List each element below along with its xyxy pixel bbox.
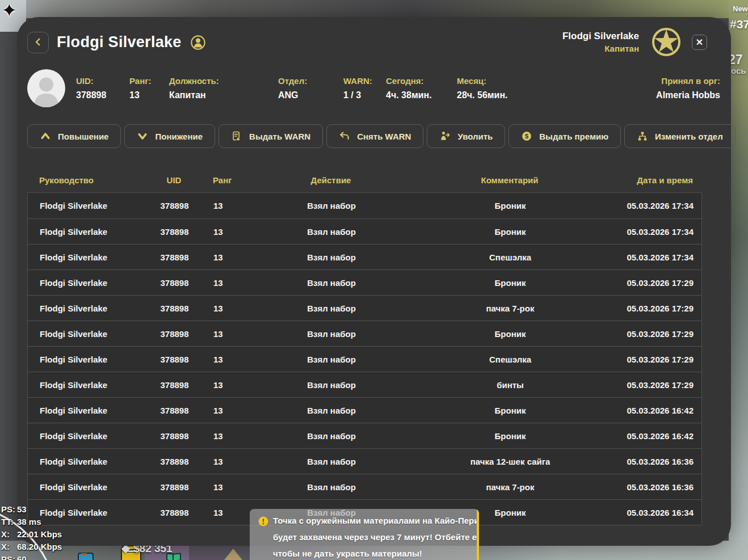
action-label: Снять WARN xyxy=(357,132,411,141)
profile-field: Ранг:13 xyxy=(129,76,151,100)
fire-icon xyxy=(439,130,451,142)
debug-label: PS: xyxy=(1,554,17,560)
table-cell: 378898 xyxy=(147,252,202,262)
toast-accent-bar xyxy=(477,509,479,560)
department-icon xyxy=(637,130,648,142)
debug-label: X: xyxy=(1,542,17,551)
game-background-right xyxy=(729,0,748,560)
debug-line: TT:38 ms xyxy=(1,515,62,528)
table-cell: 378898 xyxy=(147,406,202,415)
joined-value: Almeria Hobbs xyxy=(656,90,720,100)
svg-text:$: $ xyxy=(525,133,528,140)
table-cell: Flodgi Silverlake xyxy=(28,227,147,237)
table-cell: 05.03.2026 17:29 xyxy=(602,329,703,339)
table-cell: пачка 7-рок xyxy=(418,304,602,313)
table-cell: Взял набор xyxy=(245,380,418,390)
table-cell: Flodgi Silverlake xyxy=(28,201,147,210)
table-row: Flodgi Silverlake37889813Взял наборпачка… xyxy=(28,295,701,321)
activity-log-table: РуководствоUIDРангДействиеКомментарийДат… xyxy=(27,167,702,525)
table-cell: Flodgi Silverlake xyxy=(28,380,147,390)
action-button-warn-remove[interactable]: Снять WARN xyxy=(326,124,423,148)
action-button-department[interactable]: Изменить отдел xyxy=(624,124,736,148)
table-body: Flodgi Silverlake37889813Взял наборБрони… xyxy=(27,192,702,525)
close-button[interactable]: ✕ xyxy=(692,35,707,50)
table-cell: 13 xyxy=(202,329,245,339)
table-cell: 378898 xyxy=(147,380,202,390)
table-row: Flodgi Silverlake37889813Взял наборБрони… xyxy=(28,397,701,423)
debug-label: TT: xyxy=(1,517,17,527)
profile-field: WARN:1 / 3 xyxy=(343,76,372,100)
field-value: ANG xyxy=(278,90,307,100)
table-row: Flodgi Silverlake37889813Взял наборСпешэ… xyxy=(28,346,701,372)
action-label: Выдать WARN xyxy=(249,132,310,141)
map-terrain-patch xyxy=(189,546,224,560)
table-cell: 05.03.2026 16:36 xyxy=(602,482,703,492)
field-label: Месяц: xyxy=(457,76,508,86)
table-cell: Flodgi Silverlake xyxy=(28,406,147,415)
demote-icon xyxy=(137,130,148,142)
column-header: Комментарий xyxy=(418,175,602,185)
field-label: Должность: xyxy=(169,76,219,86)
table-cell: Броник xyxy=(418,329,602,339)
debug-line: PS:53 xyxy=(1,503,62,515)
army-star-emblem-icon xyxy=(652,27,681,57)
table-cell: 05.03.2026 17:34 xyxy=(602,201,703,210)
table-cell: 378898 xyxy=(147,355,202,364)
action-label: Выдать премию xyxy=(539,132,608,141)
field-value: Капитан xyxy=(169,90,219,100)
table-cell: Броник xyxy=(418,278,602,288)
table-row: Flodgi Silverlake37889813Взял наборБрони… xyxy=(28,218,701,244)
table-cell: Flodgi Silverlake xyxy=(28,482,147,492)
field-value: 4ч. 38мин. xyxy=(386,90,432,100)
table-row: Flodgi Silverlake37889813Взял наборБрони… xyxy=(28,423,701,448)
action-button-bonus[interactable]: $Выдать премию xyxy=(509,124,621,148)
map-blip-blue-icon xyxy=(78,553,94,560)
promote-icon xyxy=(40,130,51,142)
table-cell: 13 xyxy=(202,201,245,210)
table-cell: Flodgi Silverlake xyxy=(28,431,147,441)
table-cell: Взял набор xyxy=(245,355,418,364)
table-cell: 05.03.2026 17:29 xyxy=(602,304,703,313)
edge-text-number: #37 xyxy=(730,18,748,31)
action-button-demote[interactable]: Понижение xyxy=(124,124,215,148)
table-cell: Взял набор xyxy=(245,252,418,262)
table-cell: Взял набор xyxy=(245,227,418,237)
close-icon: ✕ xyxy=(696,37,703,48)
table-cell: пачка 7-рок xyxy=(418,482,602,492)
action-label: Повышение xyxy=(58,132,108,141)
action-label: Уволить xyxy=(457,132,493,141)
column-header: Действие xyxy=(244,175,418,185)
action-button-fire[interactable]: Уволить xyxy=(427,124,505,148)
column-header: Дата и время xyxy=(602,175,702,185)
action-button-warn-give[interactable]: Выдать WARN xyxy=(218,124,323,148)
profile-field: UID:378898 xyxy=(76,76,106,100)
profile-field: Отдел:ANG xyxy=(278,76,307,100)
viewer-role: Капитан xyxy=(562,44,639,53)
debug-value: 22.01 Kbps xyxy=(17,529,62,539)
table-cell: Взял набор xyxy=(245,201,418,210)
table-cell: Взял набор xyxy=(245,457,418,466)
table-cell: 13 xyxy=(202,406,245,415)
column-header: UID xyxy=(146,175,201,185)
table-row: Flodgi Silverlake37889813Взял наборБрони… xyxy=(28,193,701,218)
table-row: Flodgi Silverlake37889813Взял наборБрони… xyxy=(28,321,701,346)
table-cell: Flodgi Silverlake xyxy=(28,457,147,466)
viewer-info: Flodgi Silverlake Капитан xyxy=(562,31,639,53)
warn-give-icon xyxy=(231,130,242,142)
table-cell: 13 xyxy=(202,355,245,364)
action-button-promote[interactable]: Повышение xyxy=(27,124,121,148)
table-cell: Броник xyxy=(418,431,602,441)
action-label: Понижение xyxy=(155,132,203,141)
debug-label: PS: xyxy=(1,504,17,514)
notification-toast: Точка с оружейными материалами на Кайо-П… xyxy=(250,509,479,560)
debug-value: 53 xyxy=(17,504,27,514)
person-circle-icon xyxy=(190,35,206,50)
table-cell: 13 xyxy=(202,482,245,492)
field-label: WARN: xyxy=(343,76,372,86)
table-cell: 05.03.2026 16:36 xyxy=(602,457,703,466)
table-cell: Спешэлка xyxy=(418,252,602,262)
column-header: Руководство xyxy=(27,175,146,185)
debug-line: PS:60 xyxy=(1,553,62,560)
table-cell: Взял набор xyxy=(245,329,418,339)
back-button[interactable] xyxy=(27,32,49,53)
